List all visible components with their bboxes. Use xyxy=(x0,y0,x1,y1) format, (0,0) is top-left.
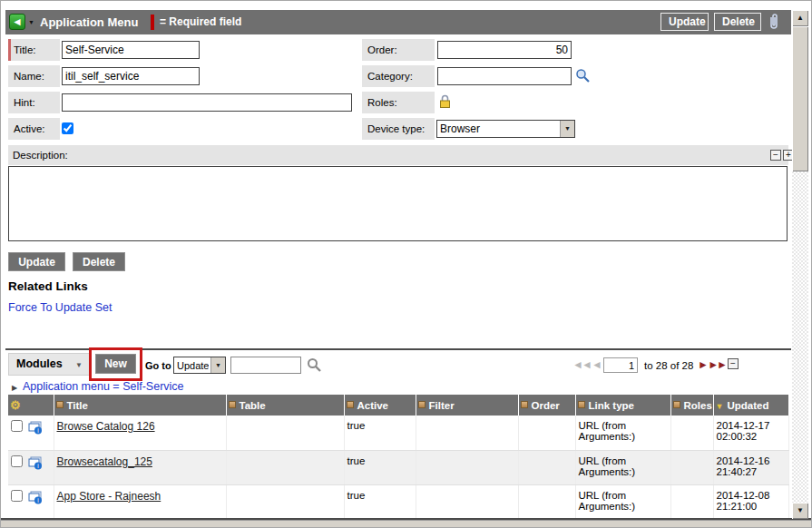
horizontal-scroll-area[interactable] xyxy=(1,520,811,528)
cell-order xyxy=(518,484,575,519)
title-input[interactable] xyxy=(62,41,200,59)
vertical-scrollbar[interactable]: ▲ ▼ xyxy=(792,10,808,519)
delete-button[interactable]: Delete xyxy=(73,252,125,271)
column-header-roles[interactable]: Roles xyxy=(670,395,713,416)
modules-table-body: i Browse Catalog 126 true URL (from Argu… xyxy=(8,416,788,519)
preview-icon[interactable]: i xyxy=(28,421,43,436)
cell-order xyxy=(518,416,575,450)
back-icon[interactable]: ◄ xyxy=(9,14,25,30)
cell-updated: 2014-12-08 21:21:00 xyxy=(713,484,788,519)
column-header-title[interactable]: Title xyxy=(54,395,226,416)
page-title: Application Menu xyxy=(40,10,138,34)
required-legend-marker xyxy=(151,15,154,30)
cell-roles xyxy=(670,484,713,519)
category-input[interactable] xyxy=(437,67,572,85)
cell-table xyxy=(226,484,344,519)
row-checkbox[interactable] xyxy=(11,490,23,502)
scroll-up-icon[interactable]: ▲ xyxy=(792,10,808,26)
update-button[interactable]: Update xyxy=(8,252,65,271)
breadcrumb-link[interactable]: Application menu = Self-Service xyxy=(23,380,184,393)
cell-active: true xyxy=(344,450,416,484)
column-header-updated[interactable]: ▼Updated xyxy=(713,395,788,416)
name-input[interactable] xyxy=(62,67,200,85)
description-label-bar: Description: − + xyxy=(8,145,788,165)
cell-filter xyxy=(416,450,518,484)
update-button-header[interactable]: Update xyxy=(660,13,709,31)
list-minimize-icon[interactable]: − xyxy=(728,358,739,369)
title-label-text: Title: xyxy=(14,44,36,55)
cell-table xyxy=(226,450,344,484)
device-type-select[interactable]: Browser ▼ xyxy=(436,120,575,138)
select-dropdown-icon: ▼ xyxy=(560,121,574,137)
delete-button-header[interactable]: Delete xyxy=(714,13,761,31)
title-label: Title: xyxy=(8,39,60,61)
required-legend-text: = Required field xyxy=(160,10,241,34)
column-header-order[interactable]: Order xyxy=(518,395,575,416)
column-header-table[interactable]: Table xyxy=(226,395,344,416)
active-label: Active: xyxy=(8,118,60,140)
table-row: i App Store - Rajneesh true URL (from Ar… xyxy=(8,484,788,519)
order-label: Order: xyxy=(362,39,435,61)
description-textarea[interactable] xyxy=(8,166,788,241)
order-input[interactable] xyxy=(437,41,572,59)
pagination-first-prev-icons[interactable]: ◄◄ ◄ xyxy=(572,358,601,371)
column-header-link-type[interactable]: Link type xyxy=(575,395,670,416)
pagination-next-last-icons[interactable]: ► ►► xyxy=(698,358,726,371)
new-module-button[interactable]: New xyxy=(95,354,136,374)
table-header-row: ⚙ TitleTableActiveFilterOrderLink typeRo… xyxy=(8,395,788,416)
goto-field-select[interactable]: Updated ▼ xyxy=(173,357,226,374)
table-row: i Browsecatalog_125 true URL (from Argum… xyxy=(8,450,788,484)
roles-label: Roles: xyxy=(362,92,435,113)
description-collapse-icon[interactable]: − xyxy=(770,150,781,161)
cell-active: true xyxy=(344,484,416,519)
cell-active: true xyxy=(344,416,416,450)
svg-text:i: i xyxy=(37,427,38,434)
breadcrumb-arrow-icon[interactable]: ▶ xyxy=(12,384,17,392)
svg-text:i: i xyxy=(37,463,38,469)
hint-input[interactable] xyxy=(62,93,352,112)
category-label: Category: xyxy=(362,65,435,87)
modules-table: ⚙ TitleTableActiveFilterOrderLink typeRo… xyxy=(8,395,789,520)
module-title-link[interactable]: Browsecatalog_125 xyxy=(57,455,152,468)
goto-search-input[interactable] xyxy=(230,357,301,374)
scrollbar-thumb[interactable] xyxy=(792,26,808,171)
preview-icon[interactable]: i xyxy=(28,456,43,472)
svg-text:i: i xyxy=(37,497,38,504)
module-title-link[interactable]: App Store - Rajneesh xyxy=(57,490,161,503)
device-type-value: Browser xyxy=(440,121,558,137)
modules-list-title[interactable]: Modules ▼ xyxy=(8,353,90,376)
form-header-bar: ◄ ▼ Application Menu = Required field Up… xyxy=(5,10,791,34)
column-header-gear[interactable]: ⚙ xyxy=(8,395,54,416)
cell-link-type: URL (from Arguments:) xyxy=(575,450,670,484)
section-separator xyxy=(5,348,791,350)
row-checkbox[interactable] xyxy=(11,420,23,432)
active-checkbox[interactable] xyxy=(62,122,73,134)
module-title-link[interactable]: Browse Catalog 126 xyxy=(57,420,155,433)
name-label: Name: xyxy=(8,65,60,87)
column-field-icon xyxy=(229,401,236,408)
roles-lock-icon[interactable] xyxy=(439,94,451,112)
cell-updated: 2014-12-16 21:40:27 xyxy=(713,450,788,484)
row-checkbox[interactable] xyxy=(11,455,23,467)
select-dropdown-icon: ▼ xyxy=(210,357,225,373)
context-menu-caret-icon[interactable]: ▼ xyxy=(28,19,34,25)
column-header-filter[interactable]: Filter xyxy=(416,395,518,416)
cell-link-type: URL (from Arguments:) xyxy=(575,416,670,450)
attachment-paperclip-icon[interactable] xyxy=(768,13,780,34)
list-search-icon[interactable] xyxy=(307,357,322,376)
column-field-icon xyxy=(56,401,64,408)
cell-roles xyxy=(670,416,713,450)
category-lookup-icon[interactable] xyxy=(575,68,591,87)
cell-filter xyxy=(416,416,518,450)
column-field-icon xyxy=(418,401,426,408)
column-field-icon xyxy=(578,401,585,408)
pagination-page-input[interactable] xyxy=(603,357,638,373)
force-to-update-set-link[interactable]: Force To Update Set xyxy=(8,301,112,314)
scroll-down-icon[interactable]: ▼ xyxy=(792,503,808,519)
cell-order xyxy=(518,450,575,484)
column-field-icon xyxy=(347,401,354,408)
cell-filter xyxy=(416,484,518,519)
preview-icon[interactable]: i xyxy=(28,491,43,506)
column-field-icon xyxy=(521,401,528,408)
column-header-active[interactable]: Active xyxy=(344,395,416,416)
